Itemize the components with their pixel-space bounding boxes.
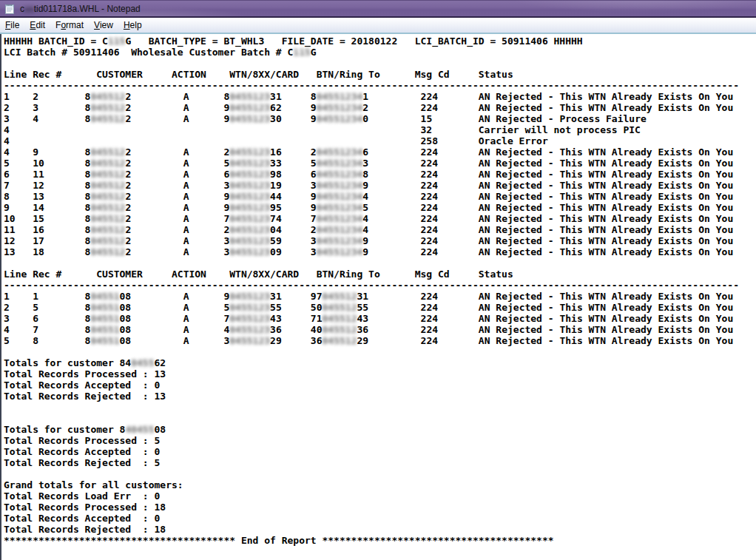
report-line <box>4 58 756 69</box>
report-line: 7 12 80455122 A 3045512319 3045512349 22… <box>4 180 756 191</box>
report-line: Total Records Processed : 13 <box>4 368 756 379</box>
redacted-text: 115 <box>293 47 310 58</box>
redacted-text: 0455123 <box>229 102 270 113</box>
notepad-icon[interactable] <box>4 3 16 15</box>
redacted-text: 0455123 <box>229 291 270 302</box>
redacted-text: 045512 <box>90 213 125 224</box>
report-line: Total Records Load Err : 0 <box>4 490 756 502</box>
report-line: ----------------------------------------… <box>4 80 756 91</box>
redacted-text: 0455123 <box>229 235 270 246</box>
report-line: Total Records Processed : 18 <box>4 502 756 513</box>
redacted-text: 0455123 <box>229 113 270 124</box>
report-line: Line Rec # CUSTOMER ACTION WTN/8XX/CARD … <box>4 269 756 280</box>
report-line: 3 6 80455108 A 7045512343 7104551243 224… <box>4 313 756 324</box>
redacted-text: 04551 <box>90 324 119 335</box>
redacted-text: 04551234 <box>317 246 363 257</box>
menu-item-format[interactable]: Format <box>50 18 89 33</box>
redacted-text: 0455123 <box>229 246 270 257</box>
report-line <box>4 346 756 357</box>
report-line: 1 1 80455108 A 9045512331 9704551231 224… <box>4 291 756 302</box>
report-text: HHHHH BATCH_ID = C115G BATCH_TYPE = BT_W… <box>4 36 756 546</box>
report-line: 5 10 80455122 A 5045512333 5045512343 22… <box>4 158 756 169</box>
redacted-text: 0455123 <box>229 302 270 313</box>
menu-bar: FileEditFormatViewHelp <box>0 18 756 34</box>
redacted-text: 115 <box>108 36 125 47</box>
redacted-text: 0455123 <box>229 335 270 346</box>
redacted-text: 0455 <box>131 357 154 368</box>
redacted-text: 0455123 <box>229 169 270 180</box>
redacted-text: 0455123 <box>229 180 270 191</box>
redacted-text: 0455123 <box>229 91 270 102</box>
redacted-text: 0455123 <box>229 146 270 158</box>
report-line: Total Records Rejected : 18 <box>4 524 756 535</box>
redacted-text: 045512 <box>90 180 125 191</box>
menu-item-file[interactable]: File <box>0 18 24 33</box>
redacted-text: 04551234 <box>317 113 363 124</box>
redacted-text: 045512 <box>90 102 125 113</box>
report-line: 9 14 80455122 A 9045512395 9045512345 22… <box>4 202 756 213</box>
report-line: 4 32 Carrier will not process PIC <box>4 124 756 135</box>
report-line <box>4 402 756 413</box>
redacted-text: 04551 <box>90 313 119 324</box>
report-line: Total Records Rejected : 5 <box>4 457 756 468</box>
redacted-text: 045512 <box>323 324 357 335</box>
redacted-text: 04551234 <box>317 202 363 213</box>
redacted-text: 0455123 <box>229 224 270 235</box>
report-line: HHHHH BATCH_ID = C115G BATCH_TYPE = BT_W… <box>4 36 756 47</box>
redacted-text: 04551234 <box>317 158 363 169</box>
redacted-text: 045512 <box>90 191 125 202</box>
redacted-text: 0455123 <box>229 158 270 169</box>
report-line: 4 7 80455108 A 4045512336 4004551236 224… <box>4 324 756 335</box>
menu-item-view[interactable]: View <box>89 18 118 33</box>
report-line: Line Rec # CUSTOMER ACTION WTN/8XX/CARD … <box>4 69 756 80</box>
redacted-text: 045512 <box>90 169 125 180</box>
redacted-text: 045512 <box>323 313 357 324</box>
redacted-text: 04551 <box>90 335 119 346</box>
redacted-text: 045512 <box>90 113 125 124</box>
redacted-text: 04551234 <box>317 180 363 191</box>
redacted-text: 045512 <box>90 158 125 169</box>
report-line: ----------------------------------------… <box>4 280 756 291</box>
redacted-text: 04551234 <box>317 191 363 202</box>
report-line: Total Records Processed : 5 <box>4 435 756 446</box>
report-line: Total Records Rejected : 13 <box>4 391 756 402</box>
report-line: 4 258 Oracle Error <box>4 135 756 146</box>
report-line: 5 8 80455108 A 3045512329 3604551229 224… <box>4 335 756 346</box>
report-line: 10 15 80455122 A 7045512374 7045512344 2… <box>4 213 756 224</box>
redacted-text: 04551234 <box>317 235 363 246</box>
redacted-text: 40455 <box>125 424 154 435</box>
redacted-text: 04551234 <box>317 169 363 180</box>
report-line: 3 4 80455122 A 9045512330 9045512340 15 … <box>4 113 756 124</box>
redacted-text: 04551 <box>90 302 119 313</box>
report-line: Total Records Accepted : 0 <box>4 513 756 524</box>
report-line: 6 11 80455122 A 6045512398 6045512348 22… <box>4 169 756 180</box>
redacted-text: 0455123 <box>229 324 270 335</box>
menu-item-help[interactable]: Help <box>118 18 147 33</box>
redacted-text: 045512 <box>90 91 125 102</box>
notepad-window: custid011718a.WHL - Notepad FileEditForm… <box>0 0 756 560</box>
redacted-text: 045512 <box>90 202 125 213</box>
report-line: Total Records Accepted : 0 <box>4 379 756 391</box>
report-line: 2 3 80455122 A 9045512362 9045512342 224… <box>4 102 756 113</box>
report-line <box>4 468 756 479</box>
redacted-text: 045512 <box>323 302 357 313</box>
text-editor[interactable]: HHHHH BATCH_ID = C115G BATCH_TYPE = BT_W… <box>0 34 756 560</box>
redacted-text: 045512 <box>323 335 357 346</box>
window-title: custid011718a.WHL - Notepad <box>20 4 141 14</box>
report-line <box>4 413 756 424</box>
redacted-text: 045512 <box>90 146 125 158</box>
redacted-text: 04551234 <box>317 224 363 235</box>
redacted-text: 04551234 <box>317 91 363 102</box>
report-line: 1 2 80455122 A 8045512331 8045512341 224… <box>4 91 756 102</box>
report-line: 13 18 80455122 A 3045512309 3045512349 2… <box>4 246 756 257</box>
title-bar[interactable]: custid011718a.WHL - Notepad <box>0 0 756 18</box>
report-line: 8 13 80455122 A 9045512344 9045512344 22… <box>4 191 756 202</box>
redacted-text: 0455123 <box>229 313 270 324</box>
menu-item-edit[interactable]: Edit <box>24 18 50 33</box>
redacted-text: 0455123 <box>229 202 270 213</box>
report-line: Grand totals for all customers: <box>4 479 756 490</box>
report-line: Totals for customer 84045508 <box>4 424 756 435</box>
report-line: 4 9 80455122 A 2045512316 2045512346 224… <box>4 146 756 158</box>
window-title-redacted: us <box>24 4 34 14</box>
report-line: ****************************************… <box>4 535 756 546</box>
